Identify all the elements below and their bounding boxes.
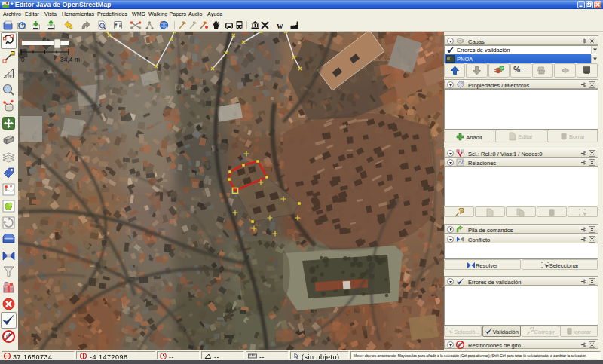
svg-text:w: w — [277, 20, 283, 30]
svg-text:0: 0 — [21, 56, 25, 63]
svg-text:34,4 m: 34,4 m — [60, 56, 80, 63]
